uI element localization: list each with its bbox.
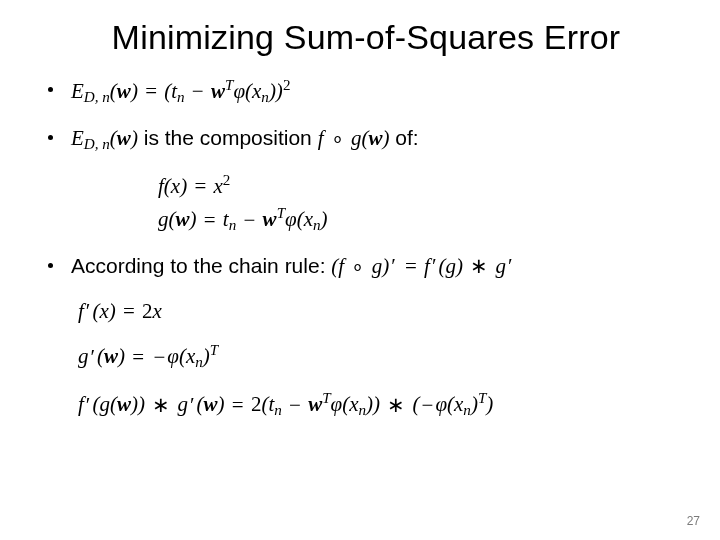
bullet-dot-icon (48, 263, 53, 268)
equation-f: f(x) = x2 (158, 170, 684, 202)
composition-line: ED, n(w) is the composition f ∘ g(w) of: (71, 123, 419, 156)
composition-text-mid: is the composition (144, 126, 318, 149)
equation-gprime: g′(w) = −φ(xn)T (78, 340, 684, 374)
equation-chain-rule: (f ∘ g)′ = f′(g) ∗ g′ (331, 254, 514, 278)
slide-number: 27 (687, 514, 700, 528)
bullet-composition: ED, n(w) is the composition f ∘ g(w) of: (48, 123, 684, 156)
composition-text-suffix: of: (395, 126, 418, 149)
page-title: Minimizing Sum-of-Squares Error (48, 18, 684, 57)
equation-full-derivative: f′(g(w)) ∗ g′(w) = 2(tn − wTφ(xn)) ∗ (−φ… (78, 388, 684, 422)
definition-block: f(x) = x2 g(w) = tn − wTφ(xn) (158, 170, 684, 238)
bullet-chain-rule: According to the chain rule: (f ∘ g)′ = … (48, 251, 684, 281)
derivation-block: f′(x) = 2x g′(w) = −φ(xn)T f′(g(w)) ∗ g′… (78, 296, 684, 422)
bullet-error-definition: ED, n(w) = (tn − wTφ(xn))2 (48, 75, 684, 109)
composition-expr: f ∘ g(w) (318, 126, 390, 150)
equation-g: g(w) = tn − wTφ(xn) (158, 203, 684, 237)
composition-lhs: ED, n(w) (71, 126, 138, 150)
chain-rule-text: According to the chain rule: (71, 254, 331, 277)
bullet-dot-icon (48, 135, 53, 140)
equation-fprime: f′(x) = 2x (78, 296, 684, 326)
chain-rule-line: According to the chain rule: (f ∘ g)′ = … (71, 251, 515, 281)
slide: Minimizing Sum-of-Squares Error ED, n(w)… (0, 0, 720, 540)
slide-body: ED, n(w) = (tn − wTφ(xn))2 ED, n(w) is t… (48, 75, 684, 422)
bullet-dot-icon (48, 87, 53, 92)
equation-error: ED, n(w) = (tn − wTφ(xn))2 (71, 75, 290, 109)
